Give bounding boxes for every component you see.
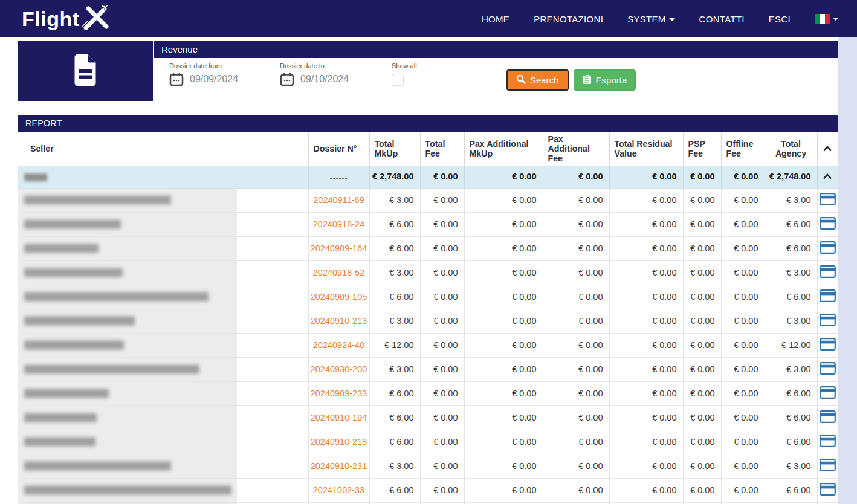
brand-logo[interactable]: Flight ✈	[0, 5, 112, 33]
seller-cell	[18, 357, 308, 381]
credit-card-icon[interactable]	[820, 410, 836, 423]
pax-fee-value: € 0.00	[543, 285, 609, 309]
seller-redacted-bar	[24, 365, 199, 374]
search-button[interactable]: Search	[506, 69, 569, 91]
column-header-dossier: Dossier N°	[308, 132, 369, 166]
report-document-tile[interactable]	[18, 41, 153, 101]
dossier-link[interactable]: 20240909-164	[308, 236, 369, 260]
row-detail-cell	[817, 357, 838, 381]
totals-agency-value: € 2,748.00	[765, 166, 817, 188]
fee-value: € 0.00	[420, 260, 464, 285]
table-row: 20240910-213 € 3.00 € 0.00 € 0.00 € 0.00…	[18, 309, 838, 333]
nav-item-esci[interactable]: ESCI	[769, 14, 791, 24]
chevron-up-icon	[823, 146, 832, 152]
mkup-value: € 6.00	[369, 285, 420, 309]
residual-value: € 0.00	[609, 405, 683, 430]
dossier-link[interactable]: 20240909-105	[308, 285, 369, 309]
column-header-psp: PSP Fee	[683, 132, 721, 166]
date-from-input[interactable]: 09/09/2024	[189, 73, 272, 88]
nav-item-contatti[interactable]: CONTATTI	[699, 14, 745, 24]
dossier-link[interactable]: 20240911-69	[308, 188, 369, 212]
table-row: 20240909-233 € 6.00 € 0.00 € 0.00 € 0.00…	[18, 381, 838, 405]
credit-card-icon[interactable]	[820, 241, 836, 254]
credit-card-icon[interactable]	[820, 386, 836, 399]
show-all-checkbox[interactable]	[392, 74, 404, 86]
credit-card-icon[interactable]	[820, 217, 836, 230]
table-row: 20240911-69 € 3.00 € 0.00 € 0.00 € 0.00 …	[18, 188, 838, 212]
row-detail-cell	[817, 478, 838, 502]
fee-value: € 0.00	[420, 333, 464, 357]
credit-card-icon[interactable]	[820, 362, 836, 375]
seller-redacted	[18, 479, 237, 502]
nav-item-system[interactable]: SYSTEM	[627, 14, 674, 24]
column-header-offline: Offline Fee	[721, 132, 765, 166]
column-header-pax_fee: Pax Additional Fee	[543, 132, 609, 166]
dossier-link[interactable]: 20240909-233	[308, 381, 369, 405]
nav-item-prenotazioni-label: PRENOTAZIONI	[534, 14, 603, 24]
residual-value: € 0.00	[609, 285, 683, 309]
dossier-link[interactable]: 20240924-40	[308, 333, 369, 357]
pax-mkup-value: € 0.00	[464, 260, 543, 285]
offline-value: € 0.00	[721, 405, 765, 430]
dossier-link[interactable]: 20240918-24	[308, 212, 369, 236]
date-to-input[interactable]: 09/10/2024	[299, 73, 383, 88]
seller-redacted	[18, 237, 237, 260]
agency-value: € 6.00	[765, 381, 817, 405]
pax-fee-value: € 0.00	[543, 260, 609, 285]
dossier-link[interactable]: 20241002-33	[308, 478, 369, 502]
credit-card-icon[interactable]	[820, 193, 836, 205]
row-detail-cell	[817, 309, 838, 333]
offline-value: € 0.00	[721, 381, 765, 405]
row-detail-cell	[817, 333, 838, 357]
report-section-title: REPORT	[18, 115, 838, 132]
credit-card-icon[interactable]	[820, 483, 836, 496]
dossier-link[interactable]: 20240910-194	[308, 405, 369, 430]
credit-card-icon[interactable]	[820, 265, 836, 278]
credit-card-icon[interactable]	[820, 289, 836, 302]
calendar-icon[interactable]	[280, 73, 294, 89]
totals-collapse-cell[interactable]	[817, 166, 838, 188]
dossier-link[interactable]: 20240910-218	[308, 430, 369, 454]
agency-value: € 12.00	[765, 333, 817, 357]
table-row: 20241002-33 € 6.00 € 0.00 € 0.00 € 0.00 …	[18, 478, 838, 502]
export-button[interactable]: Esporta	[574, 69, 636, 91]
dossier-link[interactable]: 20240918-52	[308, 260, 369, 285]
dossier-link[interactable]: 20240930-200	[308, 357, 369, 381]
seller-redacted	[18, 406, 237, 430]
mkup-value: € 6.00	[369, 405, 420, 430]
credit-card-icon[interactable]	[820, 338, 836, 351]
offline-value: € 0.00	[721, 430, 765, 454]
language-selector[interactable]	[815, 14, 839, 24]
seller-cell	[18, 236, 308, 260]
nav-item-home[interactable]: HOME	[482, 14, 509, 24]
offline-value: € 0.00	[721, 236, 765, 260]
clipboard-export-icon	[583, 74, 592, 86]
nav-item-home-label: HOME	[482, 14, 509, 24]
mkup-value: € 3.00	[369, 309, 420, 333]
psp-value: € 0.00	[683, 212, 721, 236]
nav-item-prenotazioni[interactable]: PRENOTAZIONI	[534, 14, 603, 24]
collapse-column-header[interactable]	[817, 132, 838, 166]
seller-cell	[18, 212, 308, 236]
fee-value: € 0.00	[420, 212, 464, 236]
seller-redacted-bar	[24, 486, 231, 495]
credit-card-icon[interactable]	[820, 459, 836, 471]
dossier-link[interactable]: 20240910-213	[308, 309, 369, 333]
date-from-label: Dossier date from	[169, 62, 275, 69]
credit-card-icon[interactable]	[820, 314, 836, 326]
mkup-value: € 3.00	[369, 260, 420, 285]
pax-fee-value: € 0.00	[543, 357, 609, 381]
calendar-icon[interactable]	[169, 73, 184, 89]
dossier-link[interactable]: 20240910-231	[308, 454, 369, 478]
residual-value: € 0.00	[609, 333, 683, 357]
offline-value: € 0.00	[721, 285, 765, 309]
credit-card-icon[interactable]	[820, 435, 836, 447]
mkup-value: € 3.00	[369, 454, 420, 478]
chevron-up-icon	[823, 173, 832, 179]
agency-value: € 3.00	[765, 454, 817, 478]
mkup-value: € 6.00	[369, 236, 420, 260]
agency-value: € 6.00	[765, 478, 817, 502]
residual-value: € 0.00	[609, 260, 683, 285]
show-all-field-group: Show all	[392, 62, 428, 86]
pax-mkup-value: € 0.00	[464, 212, 543, 236]
